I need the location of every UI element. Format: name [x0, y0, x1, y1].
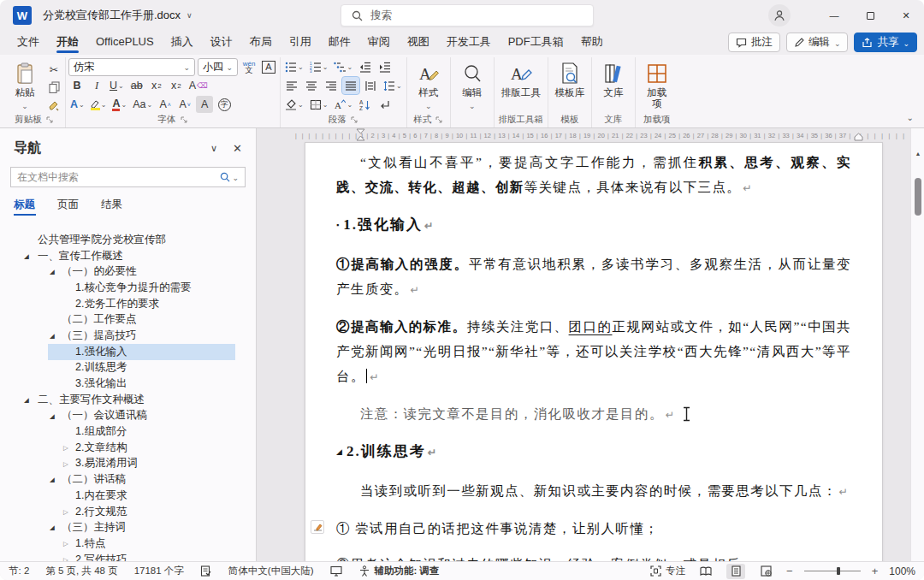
menu-tab-插入[interactable]: 插入 — [163, 31, 202, 55]
collapse-arrow-icon[interactable]: ◢ — [24, 396, 29, 404]
justify-button[interactable] — [342, 77, 359, 94]
nav-item[interactable]: ◢（一）会议通讯稿 — [0, 408, 256, 424]
collapse-ribbon-chevron-icon[interactable]: ⌄ — [907, 113, 914, 122]
superscript-button[interactable]: x2 — [168, 77, 185, 94]
nav-search-input[interactable]: 在文档中搜索 — [10, 167, 246, 187]
font-name-select[interactable]: 仿宋 — [68, 58, 195, 76]
editing-button[interactable]: 编辑 — [453, 57, 491, 114]
expand-arrow-icon[interactable]: ▷ — [63, 508, 68, 516]
nav-item[interactable]: ◢（二）讲话稿 — [0, 471, 256, 488]
collapse-arrow-icon[interactable]: ◢ — [50, 476, 55, 483]
doc-paragraph[interactable]: ②思考这个知识和过去的哪些知识、经验、案例类似，或是相反；↵ — [336, 552, 851, 561]
increase-indent-button[interactable] — [376, 58, 394, 75]
collapse-arrow-icon[interactable]: ◢ — [50, 524, 55, 531]
expand-arrow-icon[interactable]: ▷ — [63, 460, 68, 468]
share-button[interactable]: 共享 — [854, 33, 917, 52]
nav-item[interactable]: ▷2.行文规范 — [0, 504, 256, 520]
grow-font-button[interactable]: A˄ — [157, 96, 174, 113]
doc-paragraph[interactable]: ①提高输入的强度。平常有意识地积累，多读书学习、多观察生活，从而让量变产生质变。… — [336, 252, 851, 303]
font-size-select[interactable]: 小四 — [198, 58, 238, 76]
menu-tab-引用[interactable]: 引用 — [281, 31, 320, 55]
nav-item[interactable]: 1.核心竞争力提升的需要 — [0, 280, 256, 296]
doc-heading[interactable]: ▪1.强化输入↵ — [336, 212, 851, 239]
menu-tab-开始[interactable]: 开始 — [48, 31, 87, 55]
nav-item[interactable]: ▷1.特点 — [0, 536, 256, 552]
numbered-list-button[interactable]: 123⌄ — [308, 58, 330, 75]
italic-button[interactable]: I — [88, 77, 105, 94]
doc-paragraph[interactable]: 注意：读完文章不是目的，消化吸收才是目的。↵ — [336, 401, 851, 428]
styles-dialog-launcher[interactable] — [435, 116, 443, 124]
document-page[interactable]: “文似看山不喜平”，要提高文字工作能力，需抓住积累、思考、观察、实践、交流、转化… — [305, 142, 883, 561]
nav-item[interactable]: ◢（三）提高技巧 — [0, 328, 256, 344]
doc-heading[interactable]: ◢2.训练思考↵ — [336, 439, 851, 465]
expand-arrow-icon[interactable]: ▷ — [63, 540, 68, 547]
menu-tab-帮助[interactable]: 帮助 — [572, 31, 612, 55]
nav-item[interactable]: 2.党务工作的要求 — [0, 296, 256, 312]
typeset-tool-button[interactable]: A 排版工具 — [497, 57, 545, 114]
phonetic-guide-button[interactable]: wén文 — [240, 58, 258, 75]
menu-tab-布局[interactable]: 布局 — [241, 31, 281, 55]
zoom-slider-thumb[interactable] — [837, 567, 840, 575]
nav-item[interactable]: 1.内在要求 — [0, 488, 256, 504]
doc-paragraph[interactable]: 当读到或听到一些新观点、新知识或主要内容的时候，需要思考以下几点：↵ — [336, 478, 851, 505]
collapse-arrow-icon[interactable]: ◢ — [24, 252, 29, 260]
align-right-button[interactable] — [323, 77, 340, 94]
nav-item[interactable]: 公共管理学院分党校宣传部 — [0, 232, 256, 248]
align-center-button[interactable] — [303, 77, 320, 94]
nav-item[interactable]: （二）工作要点 — [0, 311, 256, 328]
addins-button[interactable]: 加载项 — [638, 57, 676, 114]
nav-item[interactable]: ◢（一）的必要性 — [0, 263, 256, 280]
doc-paragraph[interactable]: ① 尝试用自己的话把这件事说清楚，让别人听懂； — [336, 516, 851, 541]
wenku-button[interactable]: 文库 — [595, 57, 632, 114]
zoom-percent[interactable]: 100% — [889, 565, 915, 577]
distributed-button[interactable] — [362, 77, 379, 94]
template-library-button[interactable]: 模板库 — [551, 57, 589, 114]
read-mode-view-button[interactable] — [696, 564, 715, 579]
edit-mode-button[interactable]: 编辑 — [786, 33, 849, 52]
minimize-button[interactable]: — — [816, 0, 852, 31]
menu-tab-邮件[interactable]: 邮件 — [320, 31, 359, 55]
title-chevron-down-icon[interactable]: ∨ — [187, 11, 192, 20]
nav-search-icon[interactable] — [220, 171, 239, 183]
menu-tab-审阅[interactable]: 审阅 — [359, 31, 399, 55]
zoom-slider[interactable] — [804, 571, 861, 571]
sort-button[interactable]: AZ — [357, 96, 374, 113]
paragraph-dialog-launcher[interactable] — [351, 116, 358, 124]
change-case-button[interactable]: Aa⌄ — [131, 96, 154, 113]
nav-close-icon[interactable]: ✕ — [233, 142, 242, 155]
bold-button[interactable]: B — [68, 77, 86, 94]
clipboard-dialog-launcher[interactable] — [46, 116, 54, 124]
proofing-status[interactable] — [200, 565, 212, 577]
doc-paragraph[interactable]: ②提高输入的标准。持续关注党口、团口的正规网站或文件，如“人民网”“中国共产党新… — [336, 314, 851, 390]
accessibility-status[interactable]: 辅助功能: 调查 — [358, 565, 440, 577]
doc-paragraph[interactable]: “文似看山不喜平”，要提高文字工作能力，需抓住积累、思考、观察、实践、交流、转化… — [336, 150, 851, 201]
maximize-button[interactable] — [852, 0, 888, 31]
menu-tab-OfficePLUS[interactable]: OfficePLUS — [87, 31, 163, 55]
nav-item[interactable]: ◢（三）主持词 — [0, 519, 256, 536]
nav-item[interactable]: 2.训练思考 — [0, 360, 256, 376]
enclose-characters-button[interactable]: 字 — [216, 96, 233, 113]
status-text[interactable]: 17181 个字 — [134, 565, 184, 577]
horizontal-ruler[interactable]: ||||||||||1|2|3|4|5|6|7|8|9|10|11|12|13|… — [295, 130, 904, 141]
zoom-in-button[interactable]: + — [872, 565, 879, 577]
display-settings-status[interactable] — [330, 565, 342, 577]
font-color-button[interactable]: A⌄ — [110, 96, 128, 113]
collapse-arrow-icon[interactable]: ◢ — [50, 412, 55, 420]
nav-item[interactable]: ◢二、主要写作文种概述 — [0, 392, 256, 408]
bullet-list-button[interactable]: ⌄ — [283, 58, 305, 75]
shading-button[interactable]: ⌄ — [283, 96, 305, 113]
multilevel-list-button[interactable]: ⌄ — [332, 58, 354, 75]
borders-button[interactable]: ⌄ — [308, 96, 330, 113]
styles-button[interactable]: A 样式 — [410, 57, 447, 114]
font-dialog-launcher[interactable] — [181, 116, 188, 124]
document-title[interactable]: 分党校宣传部工作手册.docx — [43, 8, 181, 23]
nav-tab-结果[interactable]: 结果 — [101, 198, 122, 215]
character-shading-button[interactable]: A — [196, 96, 213, 113]
menu-tab-PDF工具箱[interactable]: PDF工具箱 — [500, 31, 572, 55]
comments-button[interactable]: 批注 — [728, 33, 780, 52]
account-button[interactable] — [768, 4, 791, 27]
align-left-button[interactable] — [283, 77, 300, 94]
nav-item[interactable]: ◢一、宣传工作概述 — [0, 248, 256, 264]
indent-marker-right[interactable] — [854, 133, 863, 141]
indent-marker-left[interactable] — [356, 128, 365, 141]
